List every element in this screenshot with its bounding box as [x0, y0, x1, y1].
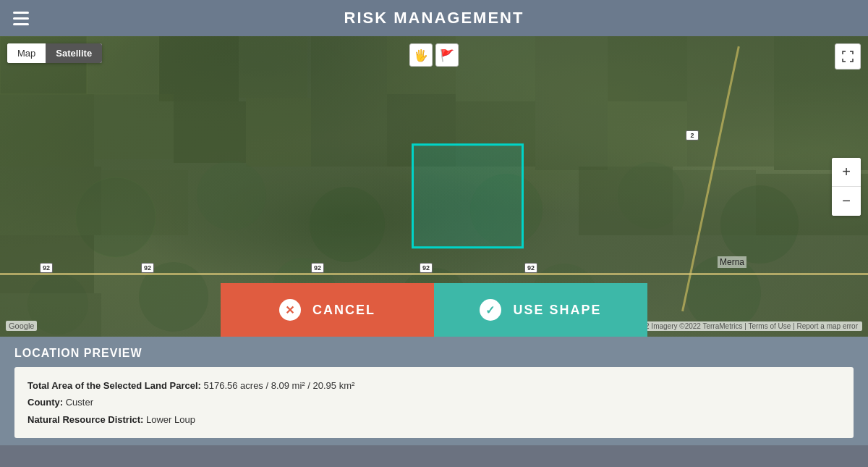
zoom-controls: + − — [832, 158, 861, 216]
hamburger-menu[interactable] — [13, 12, 29, 25]
nrd-label: Natural Resource District: — [27, 414, 143, 425]
zoom-in-button[interactable]: + — [832, 158, 861, 187]
svg-rect-31 — [101, 170, 188, 235]
map-tools: 🖐 🚩 — [409, 43, 459, 67]
use-shape-button[interactable]: ✓ USE SHAPE — [434, 283, 647, 337]
area-row: Total Area of the Selected Land Parcel: … — [27, 377, 841, 394]
svg-point-22 — [618, 162, 684, 229]
cancel-button[interactable]: ✕ CANCEL — [221, 283, 434, 337]
road-marker-4: 92 — [420, 263, 433, 273]
area-label: Total Area of the Selected Land Parcel: — [27, 380, 201, 391]
svg-point-23 — [720, 185, 799, 264]
action-buttons: ✕ CANCEL ✓ USE SHAPE — [221, 283, 647, 337]
location-preview-section: LOCATION PREVIEW Total Area of the Selec… — [0, 337, 868, 445]
road-marker-5: 92 — [524, 263, 537, 273]
nrd-row: Natural Resource District: Lower Loup — [27, 411, 841, 428]
cancel-icon: ✕ — [279, 299, 301, 321]
county-label: County: — [27, 397, 63, 408]
google-watermark: Google — [6, 321, 37, 331]
svg-point-20 — [310, 187, 385, 262]
map-container: Merna 92 92 92 92 92 2 Map Satellite 🖐 🚩… — [0, 36, 868, 337]
road-diagonal — [681, 46, 740, 311]
svg-rect-2 — [159, 36, 239, 101]
map-background: Merna 92 92 92 92 92 2 Map Satellite 🖐 🚩… — [0, 36, 868, 337]
svg-rect-6 — [174, 101, 246, 163]
location-data: Total Area of the Selected Land Parcel: … — [14, 367, 854, 438]
svg-rect-5 — [94, 94, 174, 159]
selected-shape — [412, 144, 524, 249]
road-marker-3: 92 — [311, 263, 324, 273]
svg-rect-3 — [239, 36, 307, 98]
road-marker-1: 92 — [40, 263, 53, 273]
road-marker-2: 92 — [141, 263, 154, 273]
map-type-controls: Map Satellite — [7, 43, 102, 63]
cancel-label: CANCEL — [312, 303, 375, 318]
use-shape-icon: ✓ — [480, 299, 501, 321]
svg-point-19 — [197, 161, 266, 230]
location-preview-title: LOCATION PREVIEW — [14, 347, 854, 360]
svg-rect-15 — [608, 101, 687, 167]
map-type-map[interactable]: Map — [7, 43, 46, 63]
road-marker-6: 2 — [686, 130, 699, 140]
area-value: 5176.56 acres / 8.09 mi² / 20.95 km² — [203, 380, 354, 391]
svg-rect-7 — [246, 98, 311, 167]
draw-tool-button[interactable]: 🚩 — [435, 43, 459, 67]
page-title: RISK MANAGEMENT — [344, 9, 524, 28]
svg-rect-16 — [687, 36, 774, 167]
svg-rect-35 — [673, 170, 756, 235]
use-shape-label: USE SHAPE — [513, 303, 601, 318]
county-row: County: Custer — [27, 394, 841, 411]
nrd-value: Lower Loup — [146, 414, 195, 425]
zoom-out-button[interactable]: − — [832, 187, 861, 216]
fullscreen-button[interactable] — [835, 43, 861, 70]
svg-rect-11 — [456, 36, 535, 101]
county-value: Custer — [66, 397, 93, 408]
town-label: Merna — [718, 256, 746, 268]
svg-rect-30 — [0, 167, 101, 235]
svg-point-18 — [76, 177, 156, 257]
app-header: RISK MANAGEMENT — [0, 0, 868, 36]
hand-tool-button[interactable]: 🖐 — [409, 43, 433, 67]
map-type-satellite[interactable]: Satellite — [46, 43, 102, 63]
svg-rect-34 — [579, 167, 673, 235]
svg-rect-4 — [0, 94, 94, 167]
road-horizontal — [0, 273, 868, 275]
svg-rect-8 — [311, 36, 387, 167]
svg-rect-14 — [608, 36, 687, 101]
svg-rect-13 — [535, 36, 608, 170]
